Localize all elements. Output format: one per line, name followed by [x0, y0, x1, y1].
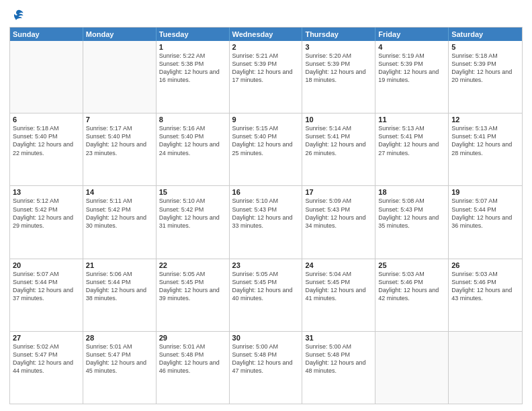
day-number: 19	[451, 188, 519, 196]
day-number: 12	[451, 116, 519, 124]
day-cell-3: 3Sunrise: 5:20 AM Sunset: 5:39 PM Daylig…	[302, 41, 375, 113]
day-info: Sunrise: 5:10 AM Sunset: 5:42 PM Dayligh…	[159, 197, 226, 230]
day-number: 10	[305, 116, 372, 124]
day-cell-21: 21Sunrise: 5:06 AM Sunset: 5:44 PM Dayli…	[83, 259, 157, 331]
empty-cell	[10, 41, 83, 113]
day-number: 4	[378, 43, 445, 51]
day-cell-9: 9Sunrise: 5:15 AM Sunset: 5:40 PM Daylig…	[230, 113, 303, 185]
header-day-sunday: Sunday	[10, 28, 83, 41]
day-info: Sunrise: 5:01 AM Sunset: 5:47 PM Dayligh…	[86, 342, 153, 375]
calendar-row-4: 27Sunrise: 5:02 AM Sunset: 5:47 PM Dayli…	[10, 331, 522, 404]
day-number: 11	[378, 116, 445, 124]
day-cell-10: 10Sunrise: 5:14 AM Sunset: 5:41 PM Dayli…	[302, 113, 375, 185]
day-number: 29	[159, 334, 226, 342]
day-info: Sunrise: 5:03 AM Sunset: 5:46 PM Dayligh…	[451, 270, 519, 303]
day-number: 31	[305, 334, 372, 342]
day-info: Sunrise: 5:05 AM Sunset: 5:45 PM Dayligh…	[232, 270, 300, 303]
day-cell-27: 27Sunrise: 5:02 AM Sunset: 5:47 PM Dayli…	[10, 332, 83, 404]
day-info: Sunrise: 5:03 AM Sunset: 5:46 PM Dayligh…	[378, 270, 445, 303]
day-cell-19: 19Sunrise: 5:07 AM Sunset: 5:44 PM Dayli…	[449, 186, 522, 258]
day-info: Sunrise: 5:04 AM Sunset: 5:45 PM Dayligh…	[305, 270, 372, 303]
day-number: 8	[159, 116, 226, 124]
header-day-wednesday: Wednesday	[230, 28, 303, 41]
day-cell-20: 20Sunrise: 5:07 AM Sunset: 5:44 PM Dayli…	[10, 259, 83, 331]
day-cell-26: 26Sunrise: 5:03 AM Sunset: 5:46 PM Dayli…	[449, 259, 522, 331]
day-cell-24: 24Sunrise: 5:04 AM Sunset: 5:45 PM Dayli…	[302, 259, 375, 331]
empty-cell	[83, 41, 157, 113]
day-cell-15: 15Sunrise: 5:10 AM Sunset: 5:42 PM Dayli…	[157, 186, 230, 258]
day-info: Sunrise: 5:01 AM Sunset: 5:48 PM Dayligh…	[159, 342, 226, 375]
day-cell-23: 23Sunrise: 5:05 AM Sunset: 5:45 PM Dayli…	[230, 259, 303, 331]
day-info: Sunrise: 5:13 AM Sunset: 5:41 PM Dayligh…	[378, 124, 445, 157]
day-number: 28	[86, 334, 153, 342]
day-cell-5: 5Sunrise: 5:18 AM Sunset: 5:39 PM Daylig…	[449, 41, 522, 113]
day-cell-31: 31Sunrise: 5:00 AM Sunset: 5:48 PM Dayli…	[302, 332, 375, 404]
day-cell-1: 1Sunrise: 5:22 AM Sunset: 5:38 PM Daylig…	[157, 41, 230, 113]
logo-text	[9, 8, 24, 21]
day-number: 22	[159, 261, 226, 269]
day-number: 1	[159, 43, 226, 51]
day-number: 17	[305, 188, 372, 196]
empty-cell	[449, 332, 522, 404]
day-info: Sunrise: 5:07 AM Sunset: 5:44 PM Dayligh…	[451, 197, 519, 230]
calendar-row-3: 20Sunrise: 5:07 AM Sunset: 5:44 PM Dayli…	[10, 259, 522, 331]
day-cell-25: 25Sunrise: 5:03 AM Sunset: 5:46 PM Dayli…	[375, 259, 449, 331]
day-info: Sunrise: 5:13 AM Sunset: 5:41 PM Dayligh…	[451, 124, 519, 157]
day-number: 9	[232, 116, 300, 124]
day-cell-7: 7Sunrise: 5:17 AM Sunset: 5:40 PM Daylig…	[83, 113, 157, 185]
day-info: Sunrise: 5:06 AM Sunset: 5:44 PM Dayligh…	[86, 270, 153, 303]
logo-bird-icon	[11, 8, 24, 21]
day-info: Sunrise: 5:18 AM Sunset: 5:40 PM Dayligh…	[13, 124, 80, 157]
day-cell-17: 17Sunrise: 5:09 AM Sunset: 5:43 PM Dayli…	[302, 186, 375, 258]
calendar: SundayMondayTuesdayWednesdayThursdayFrid…	[9, 27, 523, 404]
page-container: SundayMondayTuesdayWednesdayThursdayFrid…	[0, 0, 532, 411]
day-info: Sunrise: 5:20 AM Sunset: 5:39 PM Dayligh…	[305, 52, 372, 85]
day-info: Sunrise: 5:10 AM Sunset: 5:43 PM Dayligh…	[232, 197, 300, 230]
day-number: 24	[305, 261, 372, 269]
day-cell-12: 12Sunrise: 5:13 AM Sunset: 5:41 PM Dayli…	[449, 113, 522, 185]
day-info: Sunrise: 5:02 AM Sunset: 5:47 PM Dayligh…	[13, 342, 80, 375]
day-info: Sunrise: 5:11 AM Sunset: 5:42 PM Dayligh…	[86, 197, 153, 230]
day-info: Sunrise: 5:00 AM Sunset: 5:48 PM Dayligh…	[305, 342, 372, 375]
day-number: 3	[305, 43, 372, 51]
header	[9, 8, 523, 21]
day-info: Sunrise: 5:19 AM Sunset: 5:39 PM Dayligh…	[378, 52, 445, 85]
day-cell-4: 4Sunrise: 5:19 AM Sunset: 5:39 PM Daylig…	[375, 41, 449, 113]
day-cell-2: 2Sunrise: 5:21 AM Sunset: 5:39 PM Daylig…	[230, 41, 303, 113]
day-number: 14	[86, 188, 153, 196]
header-day-tuesday: Tuesday	[157, 28, 230, 41]
header-day-saturday: Saturday	[449, 28, 522, 41]
day-number: 18	[378, 188, 445, 196]
logo	[9, 8, 24, 21]
calendar-row-0: 1Sunrise: 5:22 AM Sunset: 5:38 PM Daylig…	[10, 41, 522, 113]
day-number: 2	[232, 43, 300, 51]
calendar-body: 1Sunrise: 5:22 AM Sunset: 5:38 PM Daylig…	[10, 41, 522, 404]
day-cell-28: 28Sunrise: 5:01 AM Sunset: 5:47 PM Dayli…	[83, 332, 157, 404]
header-day-thursday: Thursday	[302, 28, 375, 41]
day-number: 26	[451, 261, 519, 269]
day-info: Sunrise: 5:09 AM Sunset: 5:43 PM Dayligh…	[305, 197, 372, 230]
day-number: 30	[232, 334, 300, 342]
day-number: 13	[13, 188, 80, 196]
day-cell-11: 11Sunrise: 5:13 AM Sunset: 5:41 PM Dayli…	[375, 113, 449, 185]
day-info: Sunrise: 5:14 AM Sunset: 5:41 PM Dayligh…	[305, 124, 372, 157]
day-number: 20	[13, 261, 80, 269]
day-cell-22: 22Sunrise: 5:05 AM Sunset: 5:45 PM Dayli…	[157, 259, 230, 331]
header-day-friday: Friday	[375, 28, 449, 41]
empty-cell	[375, 332, 449, 404]
day-number: 25	[378, 261, 445, 269]
day-info: Sunrise: 5:07 AM Sunset: 5:44 PM Dayligh…	[13, 270, 80, 303]
day-cell-14: 14Sunrise: 5:11 AM Sunset: 5:42 PM Dayli…	[83, 186, 157, 258]
day-cell-29: 29Sunrise: 5:01 AM Sunset: 5:48 PM Dayli…	[157, 332, 230, 404]
day-cell-13: 13Sunrise: 5:12 AM Sunset: 5:42 PM Dayli…	[10, 186, 83, 258]
day-cell-30: 30Sunrise: 5:00 AM Sunset: 5:48 PM Dayli…	[230, 332, 303, 404]
day-info: Sunrise: 5:12 AM Sunset: 5:42 PM Dayligh…	[13, 197, 80, 230]
day-cell-18: 18Sunrise: 5:08 AM Sunset: 5:43 PM Dayli…	[375, 186, 449, 258]
day-number: 27	[13, 334, 80, 342]
day-info: Sunrise: 5:18 AM Sunset: 5:39 PM Dayligh…	[451, 52, 519, 85]
day-cell-16: 16Sunrise: 5:10 AM Sunset: 5:43 PM Dayli…	[230, 186, 303, 258]
day-number: 7	[86, 116, 153, 124]
day-number: 5	[451, 43, 519, 51]
day-info: Sunrise: 5:21 AM Sunset: 5:39 PM Dayligh…	[232, 52, 300, 85]
day-info: Sunrise: 5:05 AM Sunset: 5:45 PM Dayligh…	[159, 270, 226, 303]
